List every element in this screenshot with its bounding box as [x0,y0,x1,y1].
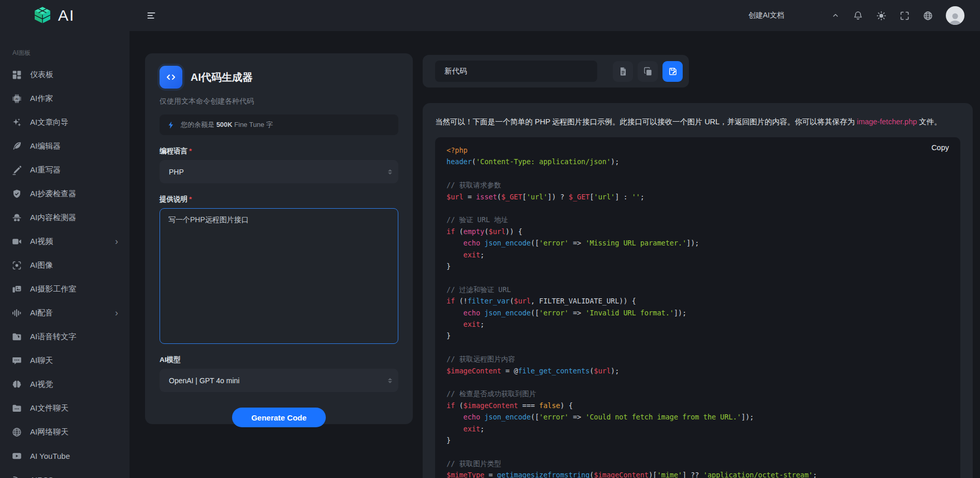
sidebar-item-17[interactable]: AIRSS [0,468,129,478]
code-token: ); [611,157,619,166]
code-token: ; [480,251,484,259]
code-token [480,239,484,247]
code-token: ]); [741,413,754,421]
sidebar-item-label: AI聊天 [30,356,53,366]
code-token: ; [480,320,484,328]
code-token: ; [480,425,484,433]
chevron-up-icon[interactable] [831,11,840,20]
sidebar-item-2[interactable]: AI文章向导 [0,110,129,134]
sidebar-item-4[interactable]: AI重写器 [0,158,129,182]
code-line: $url = isset($_GET['url']) ? $_GET['url'… [446,191,949,202]
code-token: [ [589,193,594,201]
code-line [446,376,949,388]
avatar[interactable] [946,6,964,25]
sidebar-item-9[interactable]: AI摄影工作室 [0,277,129,301]
sidebar-item-12[interactable]: AI聊天 [0,349,129,372]
sidebar-item-13[interactable]: AI视觉 [0,372,129,396]
globe-icon [11,427,22,438]
code-token: 'url' [594,193,615,201]
sidebar-item-3[interactable]: AI编辑器 [0,134,129,158]
sidebar-item-14[interactable]: AI文件聊天 [0,396,129,420]
code-token: ); [611,367,619,375]
code-line: echo json_encode(['error' => 'Could not … [446,411,949,423]
document-button[interactable] [613,61,633,82]
sidebar-item-1[interactable]: AIAI作家 [0,86,129,110]
description-textarea[interactable]: 写一个PHP远程图片接口 [160,208,398,344]
code-token: , FILTER_VALIDATE_URL)) { [531,297,636,305]
chevron-right-icon: › [115,308,118,317]
copy-icon [643,66,653,77]
fullscreen-button[interactable] [899,10,910,21]
code-token: // 获取请求参数 [446,181,501,189]
code-token [446,413,464,421]
code-token: $_GET [501,193,523,201]
sidebar-item-15[interactable]: AI网络聊天 [0,420,129,444]
result-intro: 当然可以！下面是一个简单的 PHP 远程图片接口示例。此接口可以接收一个图片 U… [435,117,960,127]
code-token: => [569,413,586,421]
theme-toggle-button[interactable] [876,10,887,21]
dashboard-icon [11,69,22,80]
brand-logo[interactable]: AI [0,5,129,26]
code-token: exit [464,425,481,433]
code-line: // 验证 URL 地址 [446,214,949,225]
save-button[interactable] [662,61,683,82]
code-line [446,168,949,179]
fullscreen-icon [899,10,910,21]
code-token: 'url' [526,193,547,201]
notifications-button[interactable] [853,10,863,21]
code-token: if [446,297,455,305]
model-select[interactable]: OpenAI | GPT 4o mini [160,369,398,392]
code-token: ( [510,297,514,305]
code-line: echo json_encode(['error' => 'Missing UR… [446,237,949,249]
code-token: empty [464,227,485,236]
code-token: json_encode [484,239,530,247]
menu-toggle-button[interactable] [146,10,157,21]
code-line: // 获取图片类型 [446,458,949,469]
code-token: 'mime' [657,471,682,478]
language-select[interactable]: PHP [160,160,398,183]
code-token: 'Content-Type: application/json' [476,157,611,166]
copy-document-button[interactable] [638,61,658,82]
code-token: ([ [531,413,539,421]
menu-icon [146,10,157,21]
code-token: ] : [615,193,632,201]
doc-title-input[interactable]: 新代码 [435,61,597,82]
sidebar-item-16[interactable]: AI YouTube [0,444,129,468]
code-token: '' [632,193,640,201]
code-token: $url [514,297,531,305]
copy-code-button[interactable]: Copy [931,143,949,152]
code-token: )) { [506,227,523,236]
sparkles-icon [11,117,22,128]
code-token: ) { [560,401,572,410]
code-token: echo [464,239,481,247]
code-line: $mimeType = getimagesizefromstring($imag… [446,469,949,478]
sidebar-item-label: AI配音 [30,308,53,318]
code-line: exit; [446,249,949,260]
code-token: ]); [674,309,686,317]
generate-code-button[interactable]: Generate Code [232,408,326,427]
sidebar-item-10[interactable]: AI配音› [0,301,129,325]
sidebar-item-6[interactable]: AI内容检测器 [0,206,129,229]
code-line [446,446,949,457]
sidebar-item-5[interactable]: AI抄袭检查器 [0,182,129,206]
code-token: ( [472,157,476,166]
sidebar-item-7[interactable]: AI视频› [0,229,129,253]
sidebar-item-0[interactable]: 仪表板 [0,63,129,86]
youtube-icon [11,451,22,461]
rss-icon [11,474,22,478]
toolbar-buttons [597,61,683,82]
bell-icon [853,10,863,21]
language-button[interactable] [923,10,933,21]
code-token: $url [446,193,464,201]
code-line: if (empty($url)) { [446,226,949,237]
code-token: ] ?? [682,471,703,478]
create-doc-dropdown[interactable]: 创建AI文档 [748,11,784,20]
sidebar-item-11[interactable]: AI语音转文字 [0,325,129,349]
sidebar-item-8[interactable]: AI图像 [0,253,129,277]
lightning-icon [167,121,176,129]
chip-icon: AI [11,93,22,104]
code-token: => [569,239,586,247]
code-line: if (!filter_var($url, FILTER_VALIDATE_UR… [446,295,949,307]
sidebar-item-label: AI抄袭检查器 [30,189,76,199]
code-line: // 获取请求参数 [446,179,949,191]
